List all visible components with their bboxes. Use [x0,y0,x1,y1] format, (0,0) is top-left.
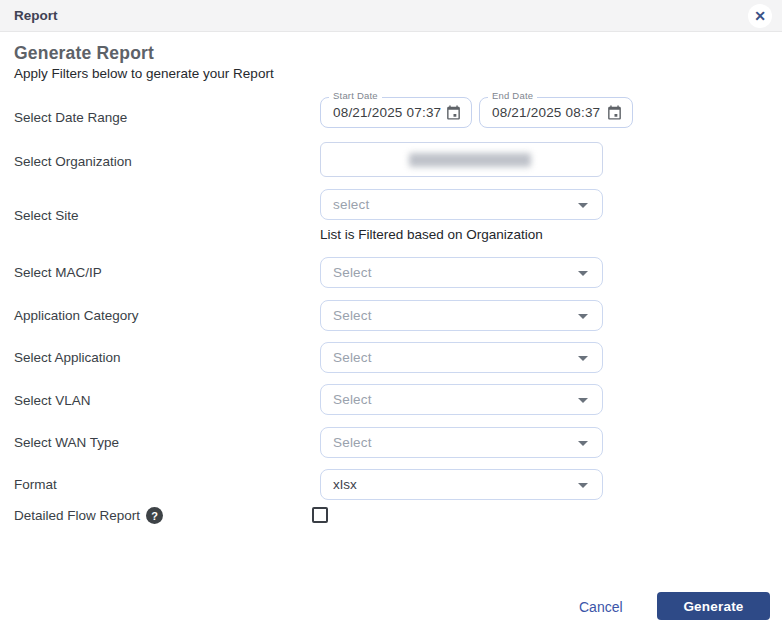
close-button[interactable]: ✕ [748,4,772,28]
organization-value-redacted [409,153,531,167]
organization-label: Select Organization [14,154,132,169]
wan-type-label: Select WAN Type [14,435,119,450]
format-select[interactable]: xlsx [320,469,603,500]
dialog-title: Report [14,8,58,23]
dialog-titlebar: Report ✕ [0,0,782,32]
date-range-label: Select Date Range [14,110,127,125]
site-select[interactable]: select [320,189,603,220]
chevron-down-icon [578,314,588,319]
chevron-down-icon [578,203,588,208]
vlan-label: Select VLAN [14,393,91,408]
wan-type-select[interactable]: Select [320,427,603,458]
generate-report-dialog: Report ✕ Generate Report Apply Filters b… [0,0,782,625]
format-select-value: xlsx [333,470,357,499]
vlan-select-placeholder: Select [333,385,372,414]
start-date-field[interactable]: Start Date 08/21/2025 07:37 [320,97,472,128]
end-date-value: 08/21/2025 08:37 [492,98,600,127]
vlan-select[interactable]: Select [320,384,603,415]
mac-ip-select-placeholder: Select [333,258,372,287]
chevron-down-icon [578,356,588,361]
detailed-flow-checkbox[interactable] [312,507,328,523]
start-date-value: 08/21/2025 07:37 [333,98,441,127]
page-title: Generate Report [14,43,154,64]
format-label: Format [14,477,57,492]
cancel-button[interactable]: Cancel [579,599,623,615]
mac-ip-select[interactable]: Select [320,257,603,288]
end-date-field[interactable]: End Date 08/21/2025 08:37 [479,97,633,128]
help-icon[interactable]: ? [146,507,163,524]
page-subtitle: Apply Filters below to generate your Rep… [14,66,274,81]
site-filter-note: List is Filtered based on Organization [320,227,543,242]
site-label: Select Site [14,208,79,223]
organization-input[interactable] [320,142,603,177]
chevron-down-icon [578,398,588,403]
chevron-down-icon [578,483,588,488]
detailed-flow-label: Detailed Flow Report [14,508,140,523]
application-category-select[interactable]: Select [320,300,603,331]
site-select-placeholder: select [333,190,369,219]
application-category-label: Application Category [14,308,139,323]
wan-type-select-placeholder: Select [333,428,372,457]
application-select-placeholder: Select [333,343,372,372]
calendar-icon[interactable] [445,104,462,121]
chevron-down-icon [578,271,588,276]
close-icon: ✕ [754,9,766,23]
calendar-icon[interactable] [606,104,623,121]
application-label: Select Application [14,350,121,365]
chevron-down-icon [578,441,588,446]
mac-ip-label: Select MAC/IP [14,265,102,280]
application-category-placeholder: Select [333,301,372,330]
generate-button[interactable]: Generate [657,592,770,620]
application-select[interactable]: Select [320,342,603,373]
